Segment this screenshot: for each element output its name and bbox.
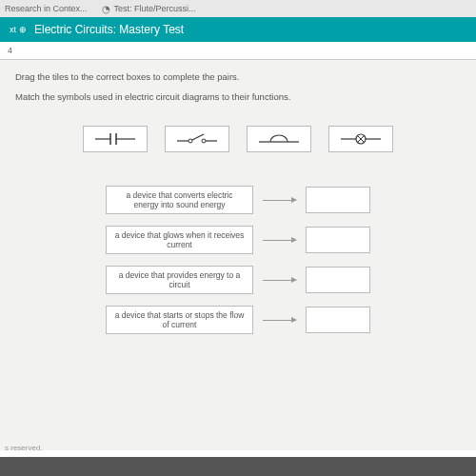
content-area: Drag the tiles to the correct boxes to c… <box>0 60 476 450</box>
circle-arrow-icon: ⊕ <box>19 25 27 34</box>
svg-point-5 <box>188 139 192 143</box>
bookmark-research[interactable]: Research in Contex... <box>5 4 88 13</box>
tile-capacitor[interactable] <box>83 126 148 152</box>
switch-icon <box>175 129 219 149</box>
tile-buzzer[interactable] <box>247 126 311 152</box>
drop-target[interactable] <box>306 227 370 253</box>
tiles-row <box>15 126 461 152</box>
question-number-bar: 4 <box>0 42 476 60</box>
pair-row: a device that starts or stops the flow o… <box>106 306 370 334</box>
arrow-icon <box>263 320 296 321</box>
description-box: a device that glows when it receives cur… <box>106 226 253 254</box>
bookmark-test[interactable]: ◔ Test: Flute/Percussi... <box>102 4 196 14</box>
arrow-icon <box>263 280 296 281</box>
buzzer-icon <box>257 129 301 149</box>
browser-bookmarks-bar: Research in Contex... ◔ Test: Flute/Perc… <box>0 0 476 17</box>
footer-text: s reserved. <box>0 441 48 455</box>
tile-switch[interactable] <box>165 126 229 152</box>
description-box: a device that provides energy to a circu… <box>106 266 253 294</box>
svg-point-7 <box>202 139 206 143</box>
drop-target[interactable] <box>306 187 370 213</box>
lamp-icon <box>339 129 383 149</box>
instruction-line-2: Match the symbols used in electric circu… <box>15 91 461 102</box>
arrow-icon <box>263 240 296 241</box>
capacitor-icon <box>93 129 137 149</box>
question-number: 4 <box>8 46 12 55</box>
description-box: a device that starts or stops the flow o… <box>106 306 253 334</box>
drop-target[interactable] <box>306 267 370 293</box>
pair-row: a device that glows when it receives cur… <box>106 226 370 254</box>
svg-line-6 <box>192 134 204 140</box>
pairs-container: a device that converts electric energy i… <box>15 186 461 334</box>
bookmark-label: Test: Flute/Percussi... <box>114 4 196 13</box>
app-header: xt ⊕ Electric Circuits: Mastery Test <box>0 17 476 42</box>
tile-lamp[interactable] <box>328 126 393 152</box>
app-window: xt ⊕ Electric Circuits: Mastery Test 4 D… <box>0 17 476 457</box>
pair-row: a device that converts electric energy i… <box>106 186 370 214</box>
bookmark-label: Research in Contex... <box>5 4 88 13</box>
globe-icon: ◔ <box>102 4 110 14</box>
arrow-icon <box>263 200 296 201</box>
pair-row: a device that provides energy to a circu… <box>106 266 370 294</box>
description-box: a device that converts electric energy i… <box>106 186 253 214</box>
instruction-line-1: Drag the tiles to the correct boxes to c… <box>15 71 461 82</box>
next-button[interactable]: xt ⊕ <box>10 25 27 34</box>
drop-target[interactable] <box>306 307 370 333</box>
page-title: Electric Circuits: Mastery Test <box>34 23 184 36</box>
